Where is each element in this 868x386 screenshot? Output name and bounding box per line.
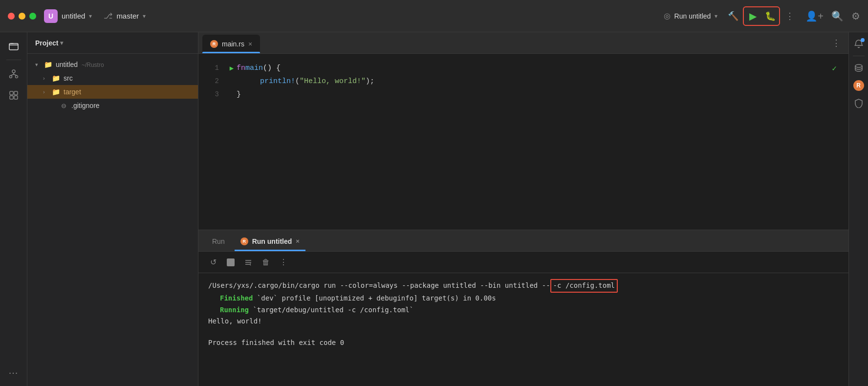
terminal-exit-text: Process finished with exit code 0 (208, 337, 344, 349)
notification-button[interactable] (851, 36, 867, 52)
close-button[interactable] (8, 13, 15, 20)
terminal-output: /Users/yxs/.cargo/bin/cargo run --color=… (198, 273, 848, 386)
code-line-2: println! ( "Hello, world!" ); (227, 75, 841, 88)
branch-name: master (116, 12, 139, 20)
main-layout: ··· Project ▾ ▾ 📁 untitled ~/Rustro › 📁 … (0, 32, 868, 386)
terminal-running-rest: `target/debug/untitled -c /config.toml` (249, 304, 413, 316)
tree-label-target: target (64, 88, 81, 96)
maximize-button[interactable] (29, 13, 36, 20)
line-num-3: 3 (202, 88, 219, 101)
shield-button[interactable] (851, 95, 867, 111)
project-dropdown-chevron: ▾ (89, 13, 92, 20)
terminal-running-keyword: Running (220, 304, 249, 316)
rust-icon: R (853, 80, 864, 91)
project-name: untitled (62, 12, 85, 20)
run-config-icon: ◎ (664, 11, 671, 21)
tree-item-src[interactable]: › 📁 src (27, 71, 198, 85)
terminal-highlighted-args: -c /config.toml (550, 279, 618, 293)
code-line-1: ▶ fn main () { ✓ (227, 62, 841, 75)
sort-output-button[interactable] (241, 256, 255, 269)
svg-point-11 (855, 64, 862, 67)
run-button[interactable]: ▶ (744, 7, 761, 25)
run-config-dropdown-chevron: ▾ (715, 13, 717, 20)
folder-icon-src: 📁 (51, 74, 61, 82)
tree-chevron-target: › (43, 89, 51, 95)
bottom-tab-close[interactable]: × (296, 237, 300, 245)
bottom-tab-run[interactable]: Run (206, 233, 231, 251)
stop-run-button[interactable] (224, 256, 238, 269)
tab-label-main-rs: main.rs (222, 40, 244, 48)
paren-2-open: ( (295, 77, 300, 86)
play-debug-group: ▶ 🐛 (743, 6, 780, 26)
sidebar-item-plugins[interactable] (4, 86, 23, 105)
terminal-command: /Users/yxs/.cargo/bin/cargo run --color=… (208, 280, 550, 292)
run-toolbar-more-button[interactable]: ⋮ (277, 256, 290, 269)
bottom-tab-run-untitled[interactable]: R Run untitled × (235, 233, 305, 251)
terminal-hello-line: Hello, world! (208, 316, 839, 327)
reload-run-button[interactable]: ↺ (206, 256, 220, 269)
run-config-button[interactable]: ◎ Run untitled ▾ (660, 9, 722, 22)
tree-item-target[interactable]: › 📁 target (27, 85, 198, 99)
clear-output-button[interactable]: 🗑 (259, 256, 273, 269)
file-tree: ▾ 📁 untitled ~/Rustro › 📁 src › 📁 target… (27, 54, 198, 386)
fn-name-main: main (245, 64, 263, 72)
branch-selector[interactable]: ⎇ master ▾ (104, 11, 146, 21)
keyword-fn: fn (237, 64, 245, 72)
tab-bar-more-button[interactable]: ⋮ (828, 38, 845, 48)
svg-rect-4 (10, 91, 13, 95)
right-sidebar: R (848, 32, 868, 386)
svg-rect-0 (9, 43, 18, 50)
line-numbers: 1 2 3 (198, 54, 223, 230)
debug-button[interactable]: 🐛 (761, 7, 779, 25)
terminal-running-line: Running `target/debug/untitled -c /confi… (208, 304, 839, 316)
code-content[interactable]: ▶ fn main () { ✓ println! ( "Hello, worl… (223, 54, 848, 230)
svg-rect-7 (14, 96, 18, 99)
terminal-command-line: /Users/yxs/.cargo/bin/cargo run --color=… (208, 279, 839, 293)
editor-tab-bar: R main.rs × ⋮ (198, 32, 848, 54)
file-icon-gitignore: ⊖ (59, 102, 68, 109)
tab-main-rs[interactable]: R main.rs × (202, 35, 260, 53)
settings-icon[interactable]: ⚙ (851, 10, 860, 22)
sidebar-item-folders[interactable] (4, 36, 23, 56)
more-options-button[interactable]: ⋮ (782, 8, 798, 24)
closing-brace: } (237, 90, 241, 99)
rust-tab-icon: R (240, 237, 248, 245)
tab-close-main-rs[interactable]: × (248, 41, 252, 47)
tree-item-untitled[interactable]: ▾ 📁 untitled ~/Rustro (27, 58, 198, 71)
tree-chevron-src: › (43, 75, 51, 81)
terminal-finished-rest: `dev` profile [unoptimized + debuginfo] … (253, 293, 496, 304)
build-tools-button[interactable]: 🔨 (725, 8, 741, 24)
left-sidebar: ··· (0, 32, 27, 386)
database-button[interactable] (851, 60, 867, 76)
terminal-finished-keyword: Finished (220, 293, 253, 304)
stop-icon (227, 258, 235, 266)
tree-item-gitignore[interactable]: ⊖ .gitignore (27, 99, 198, 112)
notification-dot (861, 38, 865, 42)
sidebar-item-more[interactable]: ··· (4, 363, 23, 382)
project-selector[interactable]: U untitled ▾ (44, 9, 92, 23)
bottom-tab-run-label: Run (212, 237, 225, 245)
tree-label-untitled: untitled ~/Rustro (56, 61, 104, 68)
svg-point-2 (9, 76, 12, 78)
folder-icon-untitled: 📁 (43, 61, 53, 68)
project-label: Project (35, 39, 58, 47)
run-gutter-1[interactable]: ▶ (227, 64, 237, 72)
line-num-2: 2 (202, 75, 219, 88)
tree-label-src: src (64, 74, 73, 82)
run-toolbar: ↺ 🗑 ⋮ (198, 252, 848, 273)
terminal-blank-line (208, 327, 839, 337)
code-editor[interactable]: 1 2 3 ▶ fn main () { ✓ (198, 54, 848, 230)
run-config-label: Run untitled (674, 12, 711, 20)
run-line-button-1[interactable]: ▶ (230, 64, 234, 72)
rust-panel-button[interactable]: R (851, 78, 867, 93)
tree-label-gitignore: .gitignore (71, 102, 100, 109)
minimize-button[interactable] (19, 13, 25, 20)
sidebar-item-git[interactable] (4, 64, 23, 84)
add-person-icon[interactable]: 👤+ (805, 10, 824, 22)
search-icon[interactable]: 🔍 (831, 10, 844, 22)
terminal-finished-line: Finished `dev` profile [unoptimized + de… (208, 293, 839, 304)
svg-rect-5 (14, 91, 18, 95)
line-num-1: 1 (202, 62, 219, 75)
svg-point-3 (15, 76, 18, 78)
project-panel-header[interactable]: Project ▾ (27, 32, 198, 54)
